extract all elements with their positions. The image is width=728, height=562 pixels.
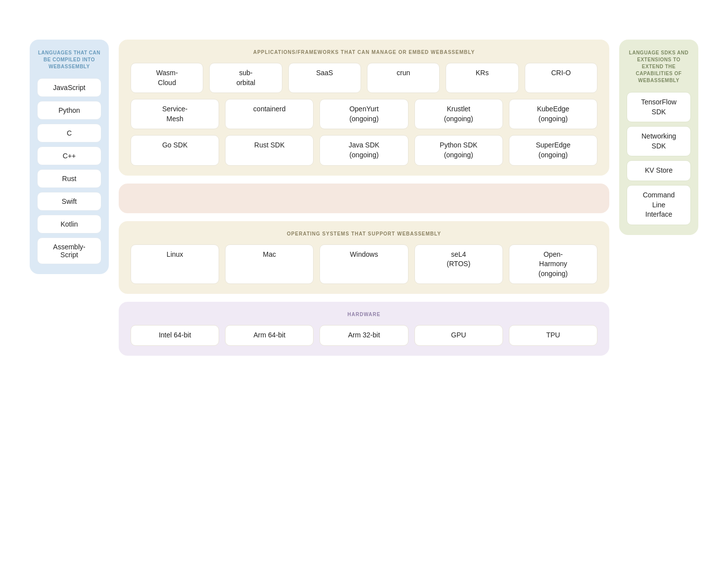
hw-card[interactable]: Arm 32-bit (319, 325, 408, 346)
apps-section-title: APPLICATIONS/FRAMEWORKS THAT CAN MANAGE … (131, 49, 597, 55)
app-card[interactable]: KRs (446, 63, 518, 93)
hw-items-row: Intel 64-bitArm 64-bitArm 32-bitGPUTPU (131, 325, 597, 346)
apps-grid: Wasm- Cloudsub- orbitalSaaScrunKRsCRI-OS… (131, 63, 597, 166)
sdk-item[interactable]: Networking SDK (627, 126, 691, 156)
hw-card[interactable]: GPU (414, 325, 503, 346)
app-card[interactable]: sub- orbital (209, 63, 282, 93)
lang-item[interactable]: C++ (37, 146, 101, 165)
sdk-item[interactable]: TensorFlow SDK (627, 92, 691, 122)
os-card[interactable]: seL4 (RTOS) (414, 244, 503, 284)
sdk-item[interactable]: Command Line Interface (627, 185, 691, 225)
app-card[interactable]: OpenYurt (ongoing) (319, 99, 408, 129)
app-card[interactable]: KubeEdge (ongoing) (509, 99, 597, 129)
app-card[interactable]: crun (367, 63, 440, 93)
app-card[interactable]: Service- Mesh (131, 99, 219, 129)
app-card[interactable]: Java SDK (ongoing) (319, 135, 408, 165)
os-card[interactable]: Open- Harmony (ongoing) (509, 244, 597, 284)
lang-item[interactable]: Swift (37, 192, 101, 211)
os-card[interactable]: Linux (131, 244, 219, 284)
hw-card[interactable]: TPU (509, 325, 597, 346)
os-card[interactable]: Windows (319, 244, 408, 284)
lang-item[interactable]: C (37, 124, 101, 142)
apps-row: Service- MeshcontainerdOpenYurt (ongoing… (131, 99, 597, 129)
os-card[interactable]: Mac (225, 244, 314, 284)
main-layout: LANGUAGES THAT CAN BE COMPILED INTO WEBA… (30, 40, 698, 356)
app-card[interactable]: Python SDK (ongoing) (414, 135, 503, 165)
left-column: LANGUAGES THAT CAN BE COMPILED INTO WEBA… (30, 40, 109, 274)
center-column: APPLICATIONS/FRAMEWORKS THAT CAN MANAGE … (119, 40, 609, 356)
left-column-title: LANGUAGES THAT CAN BE COMPILED INTO WEBA… (37, 49, 101, 70)
apps-section: APPLICATIONS/FRAMEWORKS THAT CAN MANAGE … (119, 40, 609, 176)
hw-section: HARDWARE Intel 64-bitArm 64-bitArm 32-bi… (119, 302, 609, 356)
os-section-title: OPERATING SYSTEMS THAT SUPPORT WEBASSEMB… (131, 231, 597, 236)
app-card[interactable]: SaaS (288, 63, 361, 93)
app-card[interactable]: CRI-O (525, 63, 597, 93)
app-card[interactable]: Krustlet (ongoing) (414, 99, 503, 129)
app-card[interactable]: SuperEdge (ongoing) (509, 135, 597, 165)
apps-row: Wasm- Cloudsub- orbitalSaaScrunKRsCRI-O (131, 63, 597, 93)
sdk-item[interactable]: KV Store (627, 160, 691, 181)
app-card[interactable]: Go SDK (131, 135, 219, 165)
app-card[interactable]: Wasm- Cloud (131, 63, 203, 93)
hw-card[interactable]: Intel 64-bit (131, 325, 219, 346)
lang-item[interactable]: Assembly- Script (37, 237, 101, 264)
os-items-row: LinuxMacWindowsseL4 (RTOS)Open- Harmony … (131, 244, 597, 284)
hw-card[interactable]: Arm 64-bit (225, 325, 314, 346)
apps-row: Go SDKRust SDKJava SDK (ongoing)Python S… (131, 135, 597, 165)
hw-section-title: HARDWARE (131, 312, 597, 317)
right-column: LANGUAGE SDKS AND EXTENSIONS TO EXTEND T… (619, 40, 698, 235)
lang-item[interactable]: Rust (37, 169, 101, 188)
right-column-title: LANGUAGE SDKS AND EXTENSIONS TO EXTEND T… (627, 49, 691, 84)
app-card[interactable]: Rust SDK (225, 135, 314, 165)
lang-item[interactable]: Kotlin (37, 215, 101, 234)
os-section: OPERATING SYSTEMS THAT SUPPORT WEBASSEMB… (119, 221, 609, 294)
app-card[interactable]: containerd (225, 99, 314, 129)
lang-item[interactable]: Python (37, 101, 101, 120)
wasmedge-section (119, 184, 609, 213)
lang-item[interactable]: JavaScript (37, 78, 101, 97)
